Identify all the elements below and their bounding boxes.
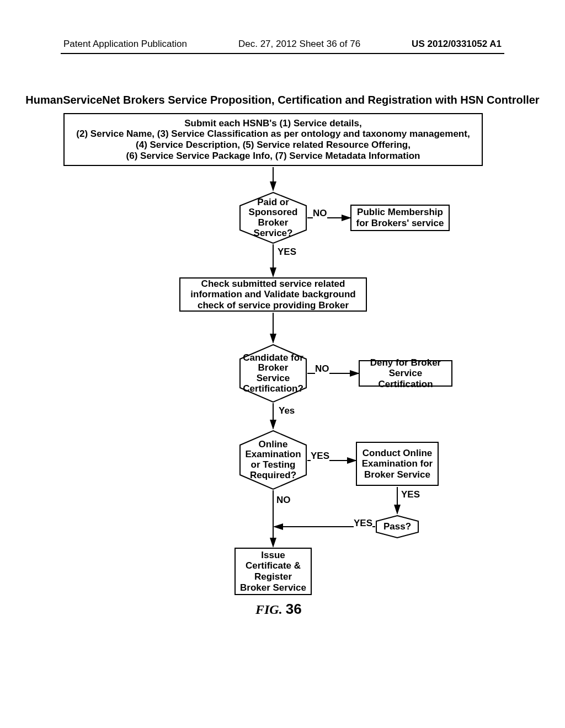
step-public-text: Public Membership for Brokers' service <box>355 207 445 228</box>
decision-paid-sponsored: Paid or Sponsored Broker Service? <box>239 191 307 244</box>
step-conduct-exam: Conduct Online Examination for Broker Se… <box>356 442 439 486</box>
label-d2-no: NO <box>315 363 329 374</box>
figure-label: FIG. 36 <box>255 601 302 618</box>
step-submit-text: Submit each HSNB's (1) Service details, … <box>76 118 470 161</box>
label-d3-yes: YES <box>311 451 329 462</box>
label-conduct-yes: YES <box>401 489 420 500</box>
header-date-sheet: Dec. 27, 2012 Sheet 36 of 76 <box>238 39 360 50</box>
page: Patent Application Publication Dec. 27, … <box>0 0 565 728</box>
decision-candidate-text: Candidate for Broker Service Certificati… <box>242 344 304 403</box>
step-issue-text: Issue Certificate & Register Broker Serv… <box>239 550 307 593</box>
step-deny-text: Deny for Broker Service Certification <box>363 357 448 390</box>
decision-pass: Pass? <box>375 515 419 539</box>
step-public-membership: Public Membership for Brokers' service <box>350 205 450 231</box>
decision-pass-text: Pass? <box>379 515 416 539</box>
label-d1-yes: YES <box>278 247 296 258</box>
label-d3-no: NO <box>276 495 291 506</box>
decision-paid-text: Paid or Sponsored Broker Service? <box>242 191 304 244</box>
step-conduct-text: Conduct Online Examination for Broker Se… <box>360 448 434 480</box>
header-rule <box>61 53 504 54</box>
flowchart: Submit each HSNB's (1) Service details, … <box>63 108 502 659</box>
label-d2-yes: Yes <box>279 405 295 416</box>
page-header: Patent Application Publication Dec. 27, … <box>63 39 502 50</box>
decision-candidate-cert: Candidate for Broker Service Certificati… <box>239 344 307 403</box>
label-d1-no: NO <box>313 208 327 219</box>
step-check-text: Check submitted service related informat… <box>184 279 363 311</box>
step-issue-certificate: Issue Certificate & Register Broker Serv… <box>234 548 312 595</box>
figure-number: 36 <box>286 601 302 617</box>
diagram-title: HumanServiceNet Brokers Service Proposit… <box>0 94 565 106</box>
label-pass-yes: YES <box>354 518 372 529</box>
header-pubnum: US 2012/0331052 A1 <box>412 39 502 50</box>
decision-online-exam: Online Examination or Testing Required? <box>239 430 307 490</box>
header-publication: Patent Application Publication <box>63 39 187 50</box>
step-deny-cert: Deny for Broker Service Certification <box>359 360 452 387</box>
step-check-validate: Check submitted service related informat… <box>179 277 367 312</box>
decision-online-text: Online Examination or Testing Required? <box>242 430 304 490</box>
figure-prefix: FIG. <box>255 602 282 617</box>
step-submit: Submit each HSNB's (1) Service details, … <box>63 113 483 166</box>
